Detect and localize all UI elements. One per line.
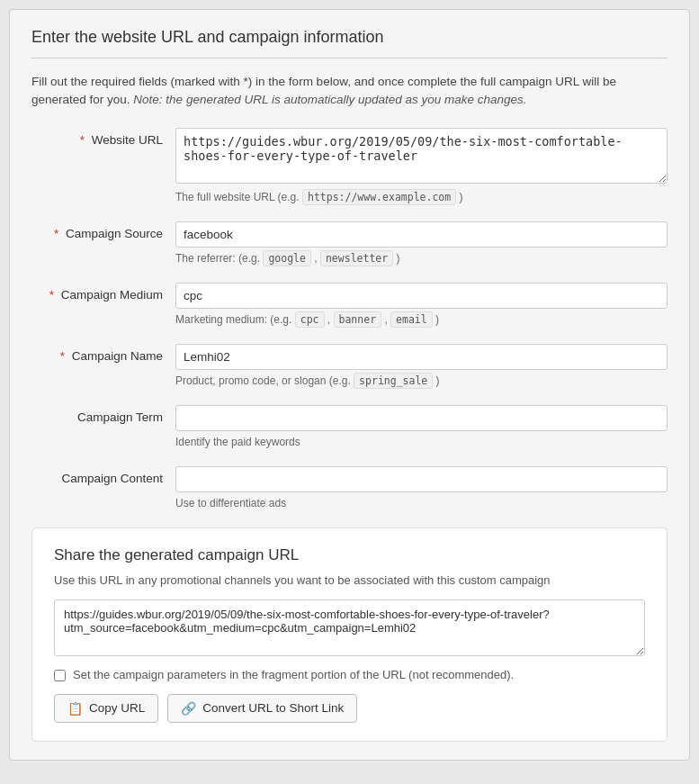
name-example: spring_sale <box>354 373 433 389</box>
website-url-hint: The full website URL (e.g. https://www.e… <box>175 191 668 203</box>
website-url-input-col: https://guides.wbur.org/2019/05/09/the-s… <box>175 128 668 203</box>
campaign-name-row: * Campaign Name Product, promo code, or … <box>31 344 668 387</box>
campaign-term-input-col: Identify the paid keywords <box>175 405 668 448</box>
share-desc: Use this URL in any promotional channels… <box>54 573 645 587</box>
intro-text: Fill out the required fields (marked wit… <box>31 73 668 110</box>
campaign-source-input[interactable] <box>175 221 668 248</box>
share-title: Share the generated campaign URL <box>54 546 645 564</box>
campaign-medium-input-col: Marketing medium: (e.g. cpc , banner , e… <box>175 283 668 326</box>
campaign-source-input-col: The referrer: (e.g. google , newsletter … <box>175 221 668 265</box>
convert-url-label: Convert URL to Short Link <box>202 701 344 715</box>
campaign-medium-row: * Campaign Medium Marketing medium: (e.g… <box>31 283 668 326</box>
website-url-label: * Website URL <box>31 128 175 147</box>
campaign-source-hint: The referrer: (e.g. google , newsletter … <box>175 252 668 265</box>
campaign-name-label: * Campaign Name <box>31 344 175 363</box>
campaign-name-hint: Product, promo code, or slogan (e.g. spr… <box>175 374 668 387</box>
copy-url-label: Copy URL <box>89 701 145 715</box>
medium-example-3: email <box>390 311 433 328</box>
campaign-medium-input[interactable] <box>175 283 668 309</box>
generated-url-textarea[interactable]: https://guides.wbur.org/2019/05/09/the-s… <box>54 599 645 656</box>
campaign-term-row: Campaign Term Identify the paid keywords <box>31 405 668 448</box>
campaign-term-hint: Identify the paid keywords <box>175 436 668 448</box>
campaign-source-row: * Campaign Source The referrer: (e.g. go… <box>31 221 668 265</box>
fragment-checkbox[interactable] <box>54 670 66 681</box>
fragment-checkbox-label[interactable]: Set the campaign parameters in the fragm… <box>73 668 514 681</box>
website-url-input[interactable]: https://guides.wbur.org/2019/05/09/the-s… <box>175 128 668 184</box>
campaign-term-label: Campaign Term <box>31 405 175 424</box>
main-container: Enter the website URL and campaign infor… <box>9 9 690 761</box>
required-star-3: * <box>49 288 54 302</box>
medium-example-1: cpc <box>295 311 325 328</box>
campaign-medium-hint: Marketing medium: (e.g. cpc , banner , e… <box>175 313 668 326</box>
source-example-1: google <box>263 250 311 266</box>
required-star-4: * <box>60 349 65 363</box>
action-button-row: 📋 Copy URL 🔗 Convert URL to Short Link <box>54 694 645 723</box>
website-url-row: * Website URL https://guides.wbur.org/20… <box>31 128 668 203</box>
source-example-2: newsletter <box>320 250 393 266</box>
medium-example-2: banner <box>334 311 382 328</box>
campaign-name-input-col: Product, promo code, or slogan (e.g. spr… <box>175 344 668 387</box>
required-star-2: * <box>54 227 58 240</box>
campaign-content-input-col: Use to differentiate ads <box>175 466 668 509</box>
convert-url-button[interactable]: 🔗 Convert URL to Short Link <box>167 694 357 723</box>
campaign-content-input[interactable] <box>175 466 668 492</box>
fragment-checkbox-row: Set the campaign parameters in the fragm… <box>54 668 645 681</box>
campaign-source-label: * Campaign Source <box>31 221 175 240</box>
campaign-medium-label: * Campaign Medium <box>31 283 175 302</box>
copy-url-button[interactable]: 📋 Copy URL <box>54 694 158 723</box>
campaign-content-row: Campaign Content Use to differentiate ad… <box>31 466 668 509</box>
page-title: Enter the website URL and campaign infor… <box>31 28 668 59</box>
campaign-term-input[interactable] <box>175 405 668 431</box>
copy-icon: 📋 <box>67 701 83 716</box>
link-icon: 🔗 <box>181 701 196 716</box>
campaign-content-label: Campaign Content <box>31 466 175 485</box>
campaign-name-input[interactable] <box>175 344 668 370</box>
website-url-example: https://www.example.com <box>302 189 456 205</box>
share-box: Share the generated campaign URL Use thi… <box>31 527 668 742</box>
campaign-content-hint: Use to differentiate ads <box>175 497 668 509</box>
required-star: * <box>80 133 85 147</box>
